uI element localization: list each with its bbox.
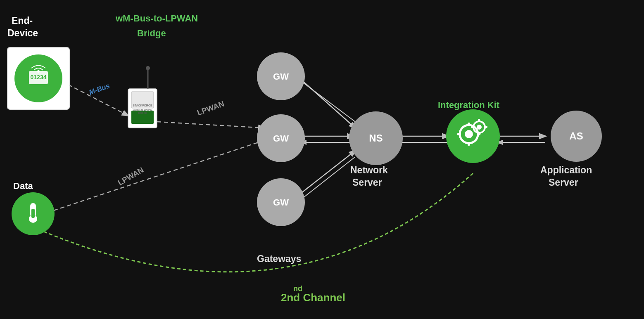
svg-line-8 [297,157,355,202]
ns-label: NS [369,132,383,144]
end-device-label: End- [12,15,33,26]
network-server-label1: Network [350,165,388,175]
svg-line-2 [54,140,264,210]
app-server-label2: Server [549,177,578,188]
gear-tooth1 [468,123,470,126]
gw-mid-label: GW [273,133,289,144]
gear-small-tooth2 [478,132,480,135]
svg-line-3 [297,76,355,128]
bridge-device-text: wMBus-to-LPWAN [133,109,152,111]
second-channel-label: 2nd Channel [281,291,345,304]
gear-tooth2 [468,142,470,146]
end-device-label2: Device [7,28,38,38]
lpwan-upper-label: LPWAN [196,99,226,117]
gear-tooth3 [457,133,461,135]
gateways-label: Gateways [257,253,301,264]
mbus-label: M-Bus [88,82,111,97]
as-label: AS [569,130,583,142]
data-label: Data [13,181,33,191]
svg-line-4 [297,78,355,122]
bridge-device-text2: BRIDGE [138,112,147,114]
svg-line-1 [157,122,264,128]
gear-small-tooth3 [471,126,474,128]
svg-line-7 [297,151,355,196]
network-server-label2: Server [352,177,382,188]
second-channel-nd: nd [293,284,302,293]
bridge-stackforce-text: STACKFORCE [133,104,152,107]
ik-circle [446,109,500,163]
lpwan-lower-label: LPWAN [116,165,145,187]
device-icon-text: 01234 [31,74,47,80]
bridge-label-line1: wM-Bus-to-LPWAN [115,13,198,24]
thermo-fill [31,209,35,218]
device-barcode [30,84,47,87]
gear-small-tooth4 [485,126,487,128]
gear-small-center [477,125,482,130]
bridge-antenna-tip [146,66,150,70]
integration-kit-label: Integration Kit [438,100,500,110]
gw-bot-label: GW [273,197,289,208]
app-server-label1: Application [540,165,592,175]
gear-main-center [465,130,473,138]
gw-top-label: GW [273,71,289,82]
diagram: M-Bus LPWAN LPWAN End- Device wM-Bus-to-… [0,0,644,319]
bridge-label-line2: Bridge [137,28,166,38]
gear-small-tooth1 [478,119,480,122]
wifi-dot [37,70,40,73]
